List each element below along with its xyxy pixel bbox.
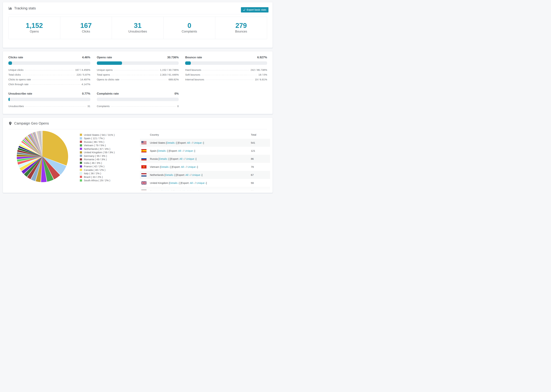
legend-item-romania[interactable]: Romania ( 49 / 3% ) bbox=[80, 158, 115, 161]
legend-swatch bbox=[80, 172, 82, 175]
export-all-link[interactable]: All › bbox=[190, 182, 194, 184]
legend-item-russia[interactable]: Russia ( 86 / 5% ) bbox=[80, 140, 115, 144]
flag-cell bbox=[141, 173, 150, 176]
progress-fill bbox=[185, 61, 191, 65]
legend-swatch bbox=[80, 165, 82, 168]
export-all-link[interactable]: All › bbox=[179, 157, 184, 160]
legend-item-united-states[interactable]: United States ( 541 / 31% ) bbox=[80, 133, 115, 137]
details-link[interactable]: Details › bbox=[158, 149, 167, 152]
rate-row-label: Complaints bbox=[97, 105, 110, 108]
rate-row-value: 31 bbox=[87, 105, 90, 108]
legend-swatch bbox=[80, 147, 82, 150]
rate-header: Unsubscribe rate 0.77% bbox=[8, 92, 90, 95]
legend-label: Russia ( 86 / 5% ) bbox=[84, 140, 104, 143]
export-unique-link[interactable]: Unique › bbox=[194, 141, 203, 144]
rate-row-label: Internal bounces bbox=[185, 78, 204, 81]
total-cell: 86 bbox=[251, 157, 270, 160]
rate-title: Complaints rate bbox=[97, 92, 119, 95]
export-unique-link[interactable]: Unique › bbox=[192, 173, 202, 176]
dotted-leader bbox=[32, 80, 79, 80]
legend-item-india[interactable]: India ( 46 / 3% ) bbox=[80, 161, 115, 165]
legend-item-south-africa[interactable]: South Africa ( 29 / 2% ) bbox=[80, 179, 115, 182]
rate-row-label: Soft bounces bbox=[185, 73, 200, 76]
details-link[interactable]: Details › bbox=[159, 157, 169, 160]
geo-row-united-states: United States [Details ›] [Export: All ›… bbox=[140, 139, 270, 147]
legend-swatch bbox=[80, 155, 82, 157]
progress-fill bbox=[8, 61, 12, 65]
flag-cell bbox=[141, 149, 150, 152]
rate-section-unsubscribe-rate: Unsubscribe rate 0.77% Unsubscribes 31 bbox=[8, 92, 90, 109]
rate-row-value: 1,152 / 30.736% bbox=[160, 68, 179, 71]
export-unique-link[interactable]: Unique › bbox=[197, 182, 206, 184]
legend-label: Canada ( 40 / 2% ) bbox=[84, 168, 106, 171]
legend-item-vietnam[interactable]: Vietnam ( 79 / 5% ) bbox=[80, 144, 115, 147]
geo-row-netherlands: Netherlands [Details ›] [Export: All › /… bbox=[140, 171, 270, 179]
details-link[interactable]: Details › bbox=[167, 141, 176, 144]
details-link[interactable]: Details › bbox=[162, 189, 171, 192]
rate-value: 6.927% bbox=[257, 56, 267, 59]
rate-row-label: Unique clicks bbox=[8, 68, 23, 71]
stat-label: Complaints bbox=[164, 30, 215, 33]
legend-item-france[interactable]: France ( 42 / 2% ) bbox=[80, 165, 115, 168]
export-all-link[interactable]: All › bbox=[178, 149, 183, 152]
stat-label: Opens bbox=[8, 30, 60, 33]
legend-swatch bbox=[80, 137, 82, 140]
legend-item-netherlands[interactable]: Netherlands ( 67 / 4% ) bbox=[80, 147, 115, 151]
export-unique-link[interactable]: Unique › bbox=[186, 157, 196, 160]
details-link[interactable]: Details › bbox=[170, 182, 179, 184]
legend-item-germany[interactable]: Germany ( 55 / 3% ) bbox=[80, 154, 115, 158]
total-cell: 55 bbox=[251, 189, 270, 192]
legend-item-united-kingdom[interactable]: United Kingdom ( 59 / 3% ) bbox=[80, 151, 115, 154]
legend-label: Vietnam ( 79 / 5% ) bbox=[84, 144, 106, 147]
export-unique-link[interactable]: Unique › bbox=[188, 165, 197, 168]
stat-opens: 1,152 Opens bbox=[8, 17, 60, 39]
legend-label: Netherlands ( 67 / 4% ) bbox=[84, 147, 110, 150]
export-all-link[interactable]: All › bbox=[182, 189, 186, 192]
rate-row-unique-opens: Unique opens 1,152 / 30.736% bbox=[97, 68, 179, 73]
dotted-leader bbox=[205, 80, 254, 80]
legend-label: Romania ( 49 / 3% ) bbox=[84, 158, 107, 161]
legend-swatch bbox=[80, 179, 82, 182]
export-all-link[interactable]: All › bbox=[185, 173, 190, 176]
stat-bounces: 279 Bounces bbox=[215, 17, 267, 39]
legend-item-brazil[interactable]: Brazil ( 33 / 2% ) bbox=[80, 175, 115, 179]
dotted-leader bbox=[111, 75, 159, 75]
export-all-link[interactable]: All › bbox=[187, 141, 191, 144]
country-cell: Netherlands [Details ›] [Export: All › /… bbox=[150, 173, 251, 176]
export-unique-link[interactable]: Unique › bbox=[185, 149, 194, 152]
rate-row-total-opens: Total opens 2,303 / 61.446% bbox=[97, 73, 179, 78]
rate-row-hard-bounces: Hard bounces 242 / 86.738% bbox=[185, 68, 267, 73]
rate-row-value: 167 / 4.456% bbox=[75, 68, 90, 71]
total-cell: 79 bbox=[251, 165, 270, 168]
rate-section-complaints-rate: Complaints rate 0% Complaints 0 bbox=[97, 92, 179, 109]
dotted-leader bbox=[22, 75, 76, 75]
rate-row-value: 2,303 / 61.446% bbox=[160, 73, 179, 76]
stat-label: Clicks bbox=[60, 30, 112, 33]
legend-item-spain[interactable]: Spain ( 121 / 7% ) bbox=[80, 137, 115, 140]
details-link[interactable]: Details › bbox=[165, 173, 175, 176]
rate-row-label: Click through rate bbox=[8, 83, 28, 86]
rate-row-value: 242 / 86.738% bbox=[251, 68, 267, 71]
legend-item-canada[interactable]: Canada ( 40 / 2% ) bbox=[80, 168, 115, 172]
rate-value: 30.736% bbox=[167, 56, 179, 59]
legend-swatch bbox=[80, 169, 82, 171]
details-link[interactable]: Details › bbox=[161, 165, 170, 168]
flag-ru-icon bbox=[141, 157, 147, 161]
rate-row-label: Unique opens bbox=[97, 68, 113, 71]
rate-row-label: Hard bounces bbox=[185, 68, 201, 71]
total-column-header: Total bbox=[251, 133, 270, 136]
export-basic-stats-button[interactable]: Export basic stats bbox=[241, 7, 268, 13]
page-title: Tracking stats bbox=[14, 6, 36, 10]
export-unique-link[interactable]: Unique › bbox=[189, 189, 198, 192]
flag-nl-icon bbox=[141, 173, 147, 176]
export-all-link[interactable]: All › bbox=[181, 165, 185, 168]
rate-row-internal-bounces: Internal bounces 19 / 6.81% bbox=[185, 78, 267, 83]
country-column-header: Country bbox=[150, 133, 251, 136]
geo-row-russia: Russia [Details ›] [Export: All › / Uniq… bbox=[140, 155, 270, 163]
dotted-leader bbox=[201, 75, 257, 75]
legend-item-italy[interactable]: Italy ( 36 / 2% ) bbox=[80, 172, 115, 175]
legend-swatch bbox=[80, 158, 82, 161]
rates-grid: Clicks rate 4.46% Unique clicks 167 / 4.… bbox=[3, 51, 273, 115]
dotted-leader bbox=[30, 84, 80, 85]
rate-row-label: Clicks to opens rate bbox=[8, 78, 31, 81]
